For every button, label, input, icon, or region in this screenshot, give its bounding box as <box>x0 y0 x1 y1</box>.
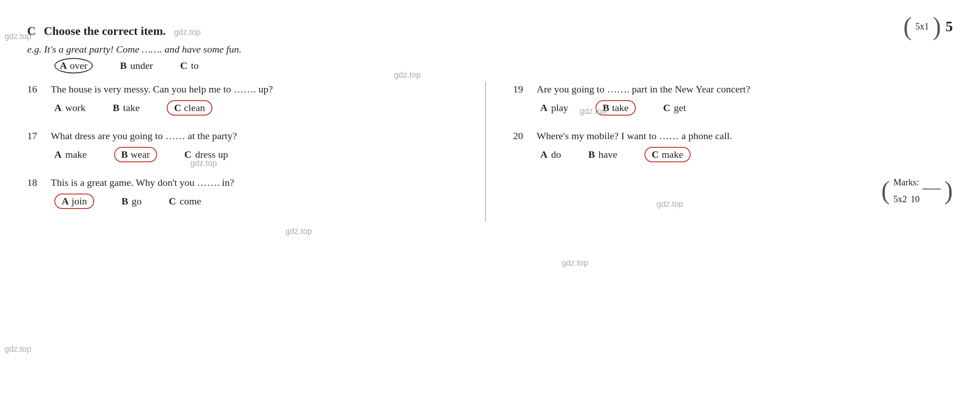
q16-boxed-c: C clean <box>167 100 212 116</box>
q20-text-a: do <box>551 149 561 160</box>
example-text-a: over <box>70 60 87 72</box>
q20-text: Where's my mobile? I want to …… a phone … <box>537 128 732 143</box>
question-18: 18 This is a great game. Why don't you …… <box>27 175 467 209</box>
watermark-1: gdz.top <box>5 32 31 41</box>
example-letter-b: B <box>120 60 127 72</box>
q18-num: 18 <box>27 175 43 190</box>
q19-text: Are you going to ……. part in the New Yea… <box>537 82 750 97</box>
example-option-a: A over <box>54 58 93 73</box>
q20-letter-c: C <box>652 149 659 160</box>
q20-boxed-c: C make <box>644 147 691 162</box>
q18-letter-c: C <box>169 195 176 207</box>
q16-row: 16 The house is very messy. Can you help… <box>27 82 467 97</box>
example-text-b: under <box>130 60 153 72</box>
q20-letter-a: A <box>540 149 548 160</box>
q18-text-a: join <box>72 195 87 207</box>
q17-text-a: make <box>65 149 87 160</box>
q17-text: What dress are you going to …… at the pa… <box>51 128 237 143</box>
watermark-8: gdz.top <box>580 107 606 116</box>
example-options: A over B under C to <box>54 58 953 73</box>
q16-text-b: take <box>123 102 140 114</box>
watermark-5: gdz.top <box>285 227 312 236</box>
q19-option-c: C get <box>663 102 686 114</box>
score-label: 5x1 <box>915 19 929 33</box>
example-option-c: C to <box>180 60 199 72</box>
q17-letter-a: A <box>54 149 62 160</box>
marks-denominator: 10 <box>911 192 920 206</box>
watermark-2: gdz.top <box>394 70 421 80</box>
q20-row: 20 Where's my mobile? I want to …… a pho… <box>513 128 953 143</box>
marks-box: ( Marks: 5x2 10 ) <box>513 175 953 206</box>
page: gdz.top gdz.top gdz.top gdz.top gdz.top … <box>0 0 980 398</box>
q16-option-b: B take <box>113 102 139 114</box>
q17-letter-b: B <box>121 149 128 160</box>
q18-options: A join B go C come <box>54 194 467 209</box>
marks-label: Marks: <box>894 175 919 189</box>
q20-letter-b: B <box>588 149 595 160</box>
section-title: Choose the correct item. <box>44 24 166 38</box>
q17-options: A make B wear C dress up <box>54 147 467 162</box>
marks-open-paren: ( <box>881 178 890 203</box>
watermark-title: gdz.top <box>174 28 201 37</box>
example-text: It's a great party! Come ……. and have so… <box>44 44 241 55</box>
example-row: e.g. It's a great party! Come ……. and ha… <box>27 44 953 55</box>
watermark-6: gdz.top <box>562 258 588 268</box>
q20-option-a: A do <box>540 149 561 160</box>
q16-text-a: work <box>65 102 86 114</box>
q20-num: 20 <box>513 128 529 143</box>
q18-text-c: come <box>180 195 202 207</box>
q16-letter-a: A <box>54 102 62 114</box>
watermark-7: gdz.top <box>5 345 31 354</box>
q16-text: The house is very messy. Can you help me… <box>51 82 273 97</box>
q16-options: A work B take C clean <box>54 100 467 116</box>
marks-sublabel: 5x2 <box>894 192 907 206</box>
q16-option-c: C clean <box>167 100 212 116</box>
q20-options: A do B have C make <box>540 147 953 162</box>
q18-row: 18 This is a great game. Why don't you …… <box>27 175 467 190</box>
example-option-a-circled: A over <box>54 58 93 73</box>
question-17: 17 What dress are you going to …… at the… <box>27 128 467 162</box>
columns: 16 The house is very messy. Can you help… <box>27 82 953 222</box>
q16-letter-b: B <box>113 102 120 114</box>
watermark-4: gdz.top <box>657 199 683 209</box>
q19-option-a: A play <box>540 102 568 114</box>
q17-text-b: wear <box>130 149 150 160</box>
q18-letter-b: B <box>121 195 128 207</box>
q20-option-c: C make <box>644 147 691 162</box>
q18-boxed-a: A join <box>54 194 94 209</box>
q17-option-a: A make <box>54 149 87 160</box>
col-right: 19 Are you going to ……. part in the New … <box>485 82 953 222</box>
q16-letter-c: C <box>174 102 181 114</box>
close-paren: ) <box>932 14 941 39</box>
q18-option-b: B go <box>121 195 142 207</box>
example-letter-c: C <box>180 60 187 72</box>
watermark-3: gdz.top <box>190 159 217 168</box>
q17-row: 17 What dress are you going to …… at the… <box>27 128 467 143</box>
example-option-b: B under <box>120 60 153 72</box>
col-left: 16 The house is very messy. Can you help… <box>27 82 485 222</box>
q18-letter-a: A <box>62 195 69 207</box>
q16-num: 16 <box>27 82 43 97</box>
header-row: C Choose the correct item. gdz.top ( 5x1… <box>27 14 953 39</box>
q16-text-c: clean <box>184 102 205 114</box>
q17-option-b: B wear <box>114 147 157 162</box>
question-16: 16 The house is very messy. Can you help… <box>27 82 467 116</box>
marks-content: Marks: 5x2 10 <box>890 175 945 206</box>
q18-text-b: go <box>132 195 142 207</box>
q20-text-b: have <box>599 149 618 160</box>
example-letter-a: A <box>60 60 67 72</box>
question-19: 19 Are you going to ……. part in the New … <box>513 82 953 116</box>
q17-num: 17 <box>27 128 43 143</box>
q19-letter-c: C <box>663 102 670 114</box>
marks-close-paren: ) <box>944 178 953 203</box>
q18-text: This is a great game. Why don't you ……. … <box>51 175 234 190</box>
example-text-c: to <box>191 60 199 72</box>
open-paren: ( <box>903 14 912 39</box>
q19-num: 19 <box>513 82 529 97</box>
q19-letter-a: A <box>540 102 548 114</box>
score-area: ( 5x1 ) 5 <box>903 14 953 39</box>
q19-text-a: play <box>551 102 568 114</box>
q18-option-a: A join <box>54 194 94 209</box>
q19-row: 19 Are you going to ……. part in the New … <box>513 82 953 97</box>
q19-text-b: take <box>612 102 629 114</box>
